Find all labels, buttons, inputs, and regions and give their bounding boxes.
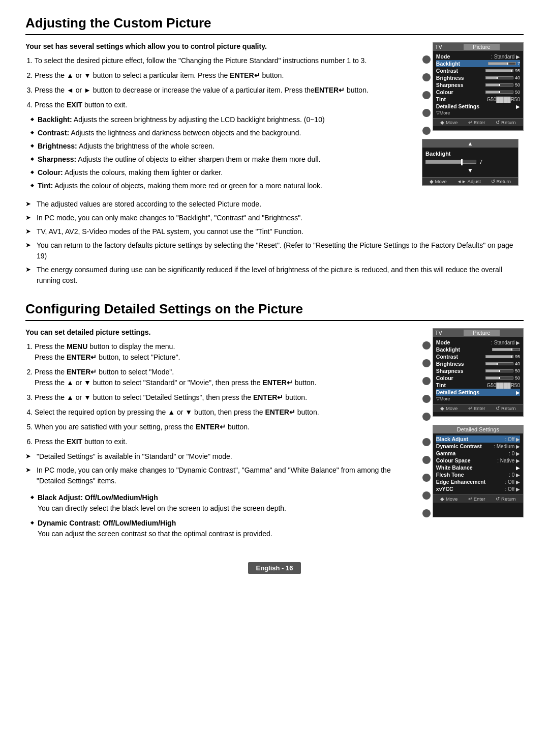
tv-value2-mode: : Standard ▶ xyxy=(491,340,520,345)
tv-icon-5 xyxy=(422,127,431,135)
note2-1: "Detailed Settings" is available in "Sta… xyxy=(25,451,412,462)
detailed-label-dyncontrast: Dynamic Contrast xyxy=(436,443,482,449)
note-5: The energy consumed during use can be si… xyxy=(25,265,524,286)
detailed-value-gamma: : 0 ▶ xyxy=(509,451,520,456)
tv-bar-fill-s xyxy=(486,84,500,86)
tv-bar2-fill-b xyxy=(486,363,497,365)
footer: English - 16 xyxy=(25,557,524,574)
backlight-footer-adjust: ◄► Adjust xyxy=(457,179,481,184)
tv-menu-title2: Picture xyxy=(464,330,499,336)
tv-bar2-track-s xyxy=(485,369,513,372)
detailed-body: Black Adjust : Off ▶ Dynamic Contrast : … xyxy=(433,433,523,495)
tv-bar2-track-c xyxy=(485,355,513,358)
tv-left-icons xyxy=(422,42,432,135)
tv-source: TV xyxy=(435,44,442,50)
tv-bar-backlight: 7 xyxy=(488,61,520,66)
tv-row-detailed: Detailed Settings ▶ xyxy=(436,103,520,110)
tv-value-mode: : Standard ▶ xyxy=(491,54,520,60)
tv-label-tint: Tint xyxy=(436,96,446,102)
tv-label-detailed: Detailed Settings xyxy=(436,103,479,109)
tv-bar2-track xyxy=(492,348,520,351)
tv-bar2-marker-c xyxy=(511,356,512,358)
detailed-header: Detailed Settings xyxy=(433,425,523,433)
tv-bar-fill-b xyxy=(486,77,497,79)
tv-row2-detailed: Detailed Settings ▶ xyxy=(436,389,520,396)
detailed-arrow-whitebalance: ▶ xyxy=(516,465,520,471)
tv-row-more: ▽More xyxy=(436,110,520,116)
tv-label-contrast: Contrast xyxy=(436,68,458,74)
tv-bar2-marker xyxy=(511,348,512,351)
backlight-header: ▲ xyxy=(422,139,518,148)
detailed-value-xvycc: : Off ▶ xyxy=(505,486,521,492)
tv-icon2-3 xyxy=(422,377,431,385)
tv-label2-brightness: Brightness xyxy=(436,361,464,367)
tv-label-mode: Mode xyxy=(436,53,450,60)
section2-text-col: You can set detailed picture settings. P… xyxy=(25,328,412,542)
tv-icon2-4 xyxy=(422,395,431,403)
detailed-value-dyncontrast: : Medium ▶ xyxy=(494,444,520,449)
tv-row-sharpness: Sharpness 50 xyxy=(436,81,520,89)
backlight-value: 7 xyxy=(479,159,482,165)
tv-value-tint: G50████R50 xyxy=(486,97,520,102)
detailed-row-fleshtone: Flesh Tone : 0 ▶ xyxy=(436,471,520,478)
tv-bar-track-col xyxy=(485,91,513,94)
tv-picture-menu-box: TV Picture Mode : Standard ▶ Backlight xyxy=(422,42,524,135)
tv-bar2-fill-c xyxy=(486,356,511,358)
section1-images: TV Picture Mode : Standard ▶ Backlight xyxy=(422,42,524,186)
tv-bar-sharpness: 50 xyxy=(485,82,520,88)
tv-footer2-return: ↺ Return xyxy=(496,405,515,411)
tv-row2-mode: Mode : Standard ▶ xyxy=(436,339,520,346)
step-4: Press the EXIT button to exit. xyxy=(35,100,412,110)
tv-row2-colour: Colour 50 xyxy=(436,374,520,382)
tv-row2-sharpness: Sharpness 50 xyxy=(436,367,520,374)
detailed-row-whitebalance: White Balance ▶ xyxy=(436,464,520,471)
backlight-body: Backlight 7 ▼ xyxy=(422,148,518,177)
tv-label2-tint: Tint xyxy=(436,382,446,388)
note-2: In PC mode, you can only make changes to… xyxy=(25,213,524,223)
tv-bar2-marker-col xyxy=(499,377,500,379)
note-1: The adjusted values are stored according… xyxy=(25,199,524,210)
detailed-label-blackadjust: Black Adjust xyxy=(436,436,468,442)
tv-footer-return: ↺ Return xyxy=(496,120,515,125)
section1-intro: Your set has several settings which allo… xyxy=(25,42,412,50)
bullet-tint: Tint: Adjusts the colour of objects, mak… xyxy=(30,181,412,191)
tv-bar-contrast: 95 xyxy=(485,68,520,73)
detailed-label-gamma: Gamma xyxy=(436,450,456,456)
detailed-label-whitebalance: White Balance xyxy=(436,464,473,471)
tv-picture-menu-box2: TV Picture Mode : Standard ▶ Backlight xyxy=(422,328,524,421)
detailed-row-xvycc: xvYCC : Off ▶ xyxy=(436,485,520,492)
backlight-bar xyxy=(425,160,476,164)
tv-row-tint: Tint G50████R50 xyxy=(436,96,520,103)
tv-label-sharpness: Sharpness xyxy=(436,82,464,88)
tv-bar-marker-b xyxy=(497,77,498,79)
tv-row2-tint: Tint G50████R50 xyxy=(436,382,520,389)
backlight-label-row: Backlight xyxy=(425,151,515,157)
section2-title: Configuring Detailed Settings on the Pic… xyxy=(25,301,524,321)
detailed-label-fleshtone: Flesh Tone xyxy=(436,472,464,478)
tv-bar2-marker-s xyxy=(499,370,500,372)
tv-icon2-5 xyxy=(422,413,431,421)
section2-intro: You can set detailed picture settings. xyxy=(25,328,412,336)
detailed-value-colourspace: : Native ▶ xyxy=(497,458,520,463)
tv-icon3-2 xyxy=(422,456,431,464)
step2-4: Select the required option by pressing t… xyxy=(35,407,412,418)
detailed-settings-outer: Detailed Settings Black Adjust : Off ▶ D… xyxy=(422,425,524,517)
tv-bar2-sharpness: 50 xyxy=(485,368,520,373)
tv-label2-backlight: Backlight xyxy=(436,346,460,353)
detailed-footer-move: ◆ Move xyxy=(440,496,458,502)
tv-bar-track-b xyxy=(485,76,513,79)
step-2: Press the ▲ or ▼ button to select a part… xyxy=(35,70,412,81)
tv-bar2-backlight xyxy=(492,348,520,351)
detailed-footer-return: ↺ Return xyxy=(496,496,515,502)
tv-icon3-5 xyxy=(422,509,431,517)
detailed-settings-box: Detailed Settings Black Adjust : Off ▶ D… xyxy=(433,425,524,517)
tv-footer-move: ◆ Move xyxy=(440,120,458,125)
section1-text-col: Your set has several settings which allo… xyxy=(25,42,412,194)
section-configuring: Configuring Detailed Settings on the Pic… xyxy=(25,301,524,542)
tv-footer2-move: ◆ Move xyxy=(440,405,458,411)
tv-footer2: ◆ Move ↵ Enter ↺ Return xyxy=(433,404,523,412)
note2-2: In PC mode, you can only make changes to… xyxy=(25,465,412,486)
tv-row-mode: Mode : Standard ▶ xyxy=(436,53,520,60)
tv-footer-enter: ↵ Enter xyxy=(468,120,485,125)
tv-bar-value-col: 50 xyxy=(515,90,520,95)
